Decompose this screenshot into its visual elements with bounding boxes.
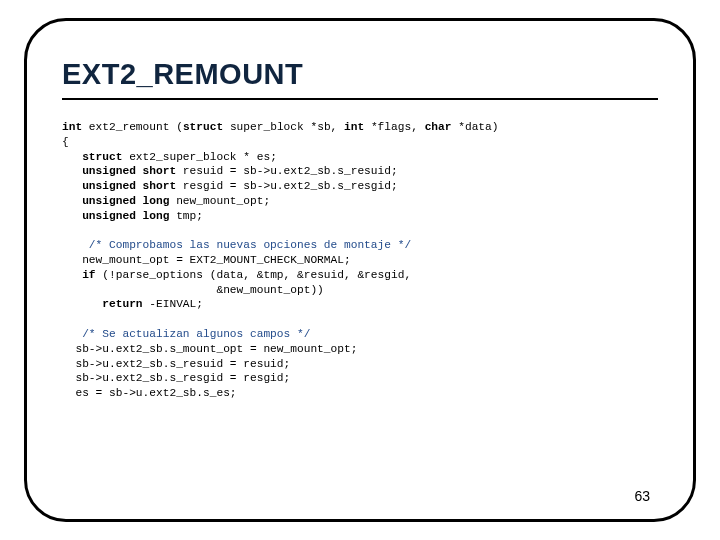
- code-content: int ext2_remount (struct super_block *sb…: [62, 120, 658, 401]
- sig-text-3: *flags,: [364, 121, 424, 133]
- kw-if: if: [62, 269, 96, 281]
- blank-1: [62, 224, 69, 236]
- l7-rest: (!parse_options (data, &tmp, &resuid, &r…: [96, 269, 412, 281]
- sig-text-1: ext2_remount (: [82, 121, 183, 133]
- l13: es = sb->u.ext2_sb.s_es;: [62, 387, 237, 399]
- l2-rest: resuid = sb->u.ext2_sb.s_resuid;: [176, 165, 398, 177]
- kw-char: char: [425, 121, 452, 133]
- comment-2: /* Se actualizan algunos campos */: [62, 328, 310, 340]
- l8: &new_mount_opt)): [62, 284, 324, 296]
- kw-ulong-2: unsigned long: [62, 210, 169, 222]
- kw-int-2: int: [344, 121, 364, 133]
- l6: new_mount_opt = EXT2_MOUNT_CHECK_NORMAL;: [62, 254, 351, 266]
- kw-ushort-1: unsigned short: [62, 165, 176, 177]
- l10: sb->u.ext2_sb.s_mount_opt = new_mount_op…: [62, 343, 357, 355]
- l1-rest: ext2_super_block * es;: [122, 151, 276, 163]
- blank-2: [62, 313, 69, 325]
- page-number: 63: [634, 488, 650, 504]
- kw-int: int: [62, 121, 82, 133]
- l9-rest: -EINVAL;: [143, 298, 203, 310]
- sig-text-2: super_block *sb,: [223, 121, 344, 133]
- slide-title: EXT2_REMOUNT: [62, 58, 303, 91]
- kw-struct-2: struct: [62, 151, 122, 163]
- kw-return: return: [62, 298, 143, 310]
- l4-rest: new_mount_opt;: [169, 195, 270, 207]
- brace-open: {: [62, 136, 69, 148]
- l12: sb->u.ext2_sb.s_resgid = resgid;: [62, 372, 290, 384]
- l5-rest: tmp;: [169, 210, 203, 222]
- title-underline: [62, 98, 658, 100]
- kw-struct: struct: [183, 121, 223, 133]
- sig-text-4: *data): [451, 121, 498, 133]
- kw-ulong-1: unsigned long: [62, 195, 169, 207]
- l3-rest: resgid = sb->u.ext2_sb.s_resgid;: [176, 180, 398, 192]
- l11: sb->u.ext2_sb.s_resuid = resuid;: [62, 358, 290, 370]
- kw-ushort-2: unsigned short: [62, 180, 176, 192]
- comment-1: /* Comprobamos las nuevas opciones de mo…: [62, 239, 411, 251]
